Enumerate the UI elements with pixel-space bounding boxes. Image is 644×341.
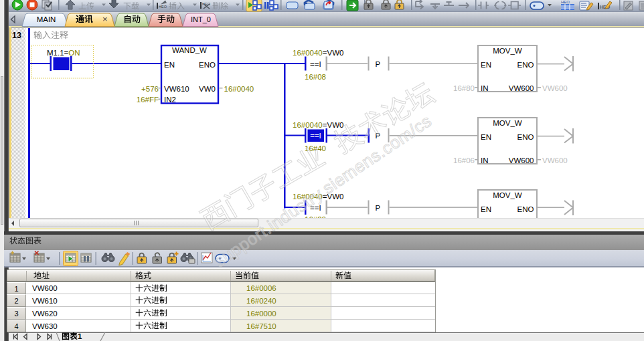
svg-text:MOV_W: MOV_W <box>493 119 522 127</box>
svg-text:==I: ==I <box>310 204 321 212</box>
svg-text:MOV_W: MOV_W <box>493 191 522 199</box>
svg-text:VW610: VW610 <box>164 85 189 93</box>
svg-text:EN: EN <box>164 61 175 69</box>
svg-text:VW600: VW600 <box>542 84 568 92</box>
svg-text:16#80: 16#80 <box>453 84 475 92</box>
svg-text:IN: IN <box>481 156 489 164</box>
svg-text:16#08: 16#08 <box>305 73 326 81</box>
svg-text:16#0040=VW0: 16#0040=VW0 <box>293 49 343 57</box>
svg-text:VW600: VW600 <box>542 156 568 164</box>
svg-text:16#0040: 16#0040 <box>224 85 254 93</box>
svg-text:EN: EN <box>481 205 491 213</box>
svg-text:WAND_W: WAND_W <box>172 46 207 54</box>
svg-text:13: 13 <box>12 31 21 40</box>
svg-text:16#FF: 16#FF <box>137 96 159 104</box>
svg-text:VW600: VW600 <box>509 156 534 164</box>
svg-text:MOV_W: MOV_W <box>493 47 522 55</box>
svg-text:EN: EN <box>481 61 491 69</box>
svg-text:16#0040=VW0: 16#0040=VW0 <box>293 121 343 129</box>
svg-text:P: P <box>376 132 381 140</box>
svg-text:IN2: IN2 <box>164 96 176 104</box>
svg-text:VW0: VW0 <box>199 85 216 93</box>
svg-text:P: P <box>376 204 381 212</box>
svg-text:ENO: ENO <box>517 61 534 69</box>
svg-text:+576: +576 <box>141 85 159 93</box>
svg-text:P: P <box>376 60 381 68</box>
svg-text:IN: IN <box>481 84 489 92</box>
svg-text:ENO: ENO <box>199 61 216 69</box>
svg-text:ENO: ENO <box>517 205 534 213</box>
svg-text:VW600: VW600 <box>509 84 534 92</box>
svg-text:EN: EN <box>481 133 491 141</box>
svg-text:16#40: 16#40 <box>305 144 326 152</box>
svg-text:16#0040=VW0: 16#0040=VW0 <box>293 193 343 201</box>
svg-text:==I: ==I <box>310 132 321 140</box>
svg-text:ENO: ENO <box>517 133 534 141</box>
svg-text:M1.1=ON: M1.1=ON <box>47 49 80 57</box>
svg-text:==I: ==I <box>310 60 321 68</box>
svg-text:16#06: 16#06 <box>453 156 475 164</box>
